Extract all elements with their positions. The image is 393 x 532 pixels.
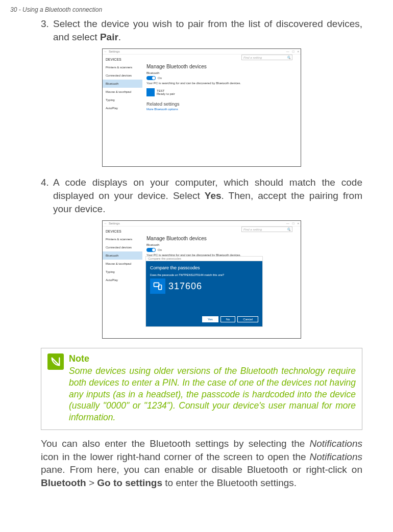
sidebar-item-bluetooth[interactable]: Bluetooth bbox=[103, 80, 142, 88]
dialog-titlebar: Compare the passcodes bbox=[145, 256, 263, 261]
sidebar-item-autoplay[interactable]: AutoPlay bbox=[103, 104, 142, 112]
yes-button[interactable]: Yes bbox=[202, 316, 218, 322]
dialog-body: Compare the passcodes Does the passcode … bbox=[145, 261, 263, 327]
closing-paragraph: You can also enter the Bluetooth setting… bbox=[41, 437, 362, 490]
italic-notifications-2: Notifications bbox=[310, 451, 363, 462]
main-pane: Find a setting 🔍 Manage Bluetooth device… bbox=[142, 226, 301, 338]
sidebar-item-connected[interactable]: Connected devices bbox=[103, 71, 142, 80]
passcode: 317606 bbox=[168, 281, 202, 292]
bluetooth-toggle[interactable]: On bbox=[146, 248, 297, 252]
text: > bbox=[86, 477, 97, 488]
dialog-heading: Compare the passcodes bbox=[150, 265, 258, 270]
devices-icon bbox=[150, 278, 165, 294]
main-heading: Manage Bluetooth devices bbox=[146, 236, 297, 241]
note-icon bbox=[47, 353, 64, 370]
device-icon bbox=[146, 88, 155, 96]
sidebar: DEVICES Printers & scanners Connected de… bbox=[103, 55, 142, 166]
text: icon in the lower right-hand corner of t… bbox=[41, 451, 310, 462]
bold-pair: Pair bbox=[100, 32, 118, 42]
step-number: 3. bbox=[41, 17, 53, 43]
passcode-dialog: Compare the passcodes Compare the passco… bbox=[145, 256, 263, 327]
sidebar-heading: DEVICES bbox=[103, 57, 142, 63]
text: . bbox=[118, 32, 121, 42]
toggle-switch-icon bbox=[146, 76, 156, 80]
bold-go-to-settings: Go to settings bbox=[97, 477, 162, 488]
note-box: Note Some devices using older versions o… bbox=[41, 348, 362, 430]
step-4: 4. A code displays on your computer, whi… bbox=[41, 176, 362, 215]
text: to enter the Bluetooth settings. bbox=[162, 477, 297, 488]
maximize-icon: □ bbox=[292, 222, 294, 225]
close-icon: × bbox=[297, 50, 299, 53]
bluetooth-label: Bluetooth bbox=[146, 243, 297, 246]
main-heading: Manage Bluetooth devices bbox=[146, 64, 297, 69]
more-options-link[interactable]: More Bluetooth options bbox=[146, 108, 297, 111]
italic-notifications-1: Notifications bbox=[310, 438, 363, 449]
toggle-switch-icon bbox=[146, 248, 156, 252]
search-input[interactable]: Find a setting 🔍 bbox=[241, 55, 292, 60]
search-placeholder: Find a setting bbox=[243, 228, 262, 231]
sidebar-item-connected[interactable]: Connected devices bbox=[103, 243, 142, 251]
text: You can also enter the Bluetooth setting… bbox=[41, 438, 310, 449]
search-icon: 🔍 bbox=[287, 56, 290, 59]
bold-yes: Yes bbox=[205, 190, 222, 201]
dialog-window-title: Compare the passcodes bbox=[148, 257, 181, 260]
minimize-icon: — bbox=[286, 50, 289, 53]
search-input[interactable]: Find a setting 🔍 bbox=[241, 226, 292, 232]
sidebar-heading: DEVICES bbox=[103, 229, 142, 235]
search-placeholder: Find a setting bbox=[243, 56, 262, 59]
no-button[interactable]: No bbox=[220, 316, 236, 322]
screenshot-1-wrap: ← Settings — □ × DEVICES Printers & scan… bbox=[41, 48, 362, 167]
sidebar: DEVICES Printers & scanners Connected de… bbox=[103, 226, 142, 338]
note-title: Note bbox=[69, 353, 356, 364]
device-row[interactable]: TEST Ready to pair bbox=[146, 88, 297, 96]
toggle-state: On bbox=[158, 248, 162, 251]
bold-bluetooth: Bluetooth bbox=[41, 477, 86, 488]
bluetooth-label: Bluetooth bbox=[146, 71, 297, 74]
sidebar-item-bluetooth[interactable]: Bluetooth bbox=[103, 251, 142, 260]
text: Select the device you wish to pair from … bbox=[53, 18, 362, 42]
sidebar-item-printers[interactable]: Printers & scanners bbox=[103, 235, 142, 243]
back-icon: ← bbox=[104, 222, 107, 225]
bluetooth-toggle[interactable]: On bbox=[146, 76, 297, 80]
settings-window-screenshot-1: ← Settings — □ × DEVICES Printers & scan… bbox=[102, 48, 301, 167]
screenshot-2-wrap: ← Settings — □ × DEVICES Printers & scan… bbox=[41, 220, 362, 339]
note-text: Some devices using older versions of the… bbox=[69, 365, 356, 423]
settings-window-screenshot-2: ← Settings — □ × DEVICES Printers & scan… bbox=[102, 220, 301, 339]
sidebar-item-typing[interactable]: Typing bbox=[103, 96, 142, 104]
main-pane: Find a setting 🔍 Manage Bluetooth device… bbox=[142, 55, 301, 166]
dialog-question: Does the passcode on TWTPENS13T0144 matc… bbox=[150, 273, 258, 276]
page-content: 3. Select the device you wish to pair fr… bbox=[0, 17, 393, 505]
text: pane. From here, you can enable or disab… bbox=[41, 464, 362, 475]
sidebar-item-typing[interactable]: Typing bbox=[103, 268, 142, 276]
window-title: Settings bbox=[109, 222, 120, 225]
sidebar-item-printers[interactable]: Printers & scanners bbox=[103, 63, 142, 71]
step-number: 4. bbox=[41, 176, 53, 215]
maximize-icon: □ bbox=[292, 50, 294, 53]
sidebar-item-mouse[interactable]: Mouse & touchpad bbox=[103, 88, 142, 96]
page-header: 30 - Using a Bluetooth connection bbox=[0, 0, 393, 17]
searching-text: Your PC is searching for and can be disc… bbox=[146, 82, 297, 85]
window-titlebar: ← Settings — □ × bbox=[103, 221, 301, 226]
toggle-state: On bbox=[158, 77, 162, 80]
step-text: A code displays on your computer, which … bbox=[53, 176, 362, 215]
back-icon: ← bbox=[104, 50, 107, 53]
search-icon: 🔍 bbox=[287, 227, 290, 231]
sidebar-item-mouse[interactable]: Mouse & touchpad bbox=[103, 260, 142, 268]
sidebar-item-autoplay[interactable]: AutoPlay bbox=[103, 276, 142, 284]
window-title: Settings bbox=[109, 50, 120, 53]
cancel-button[interactable]: Cancel bbox=[237, 316, 258, 322]
step-text: Select the device you wish to pair from … bbox=[53, 17, 362, 43]
step-3: 3. Select the device you wish to pair fr… bbox=[41, 17, 362, 43]
minimize-icon: — bbox=[286, 222, 289, 225]
close-icon: × bbox=[297, 222, 299, 225]
window-titlebar: ← Settings — □ × bbox=[103, 49, 301, 55]
device-status: Ready to pair bbox=[157, 92, 175, 95]
related-heading: Related settings bbox=[146, 102, 297, 107]
